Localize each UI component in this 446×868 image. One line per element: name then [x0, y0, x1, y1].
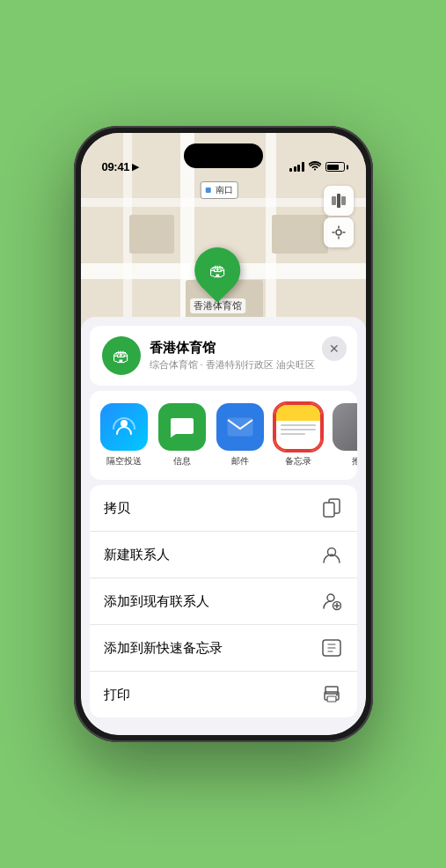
messages-label: 信息 — [173, 455, 191, 467]
svg-rect-7 — [324, 503, 334, 517]
venue-info: 香港体育馆 综合体育馆 · 香港特别行政区 油尖旺区 — [150, 340, 345, 371]
phone-screen: 09:41 ▶ — [81, 133, 366, 735]
dynamic-island — [184, 143, 263, 168]
svg-rect-0 — [332, 196, 336, 205]
action-add-existing[interactable]: 添加到现有联系人 — [90, 578, 357, 625]
venue-logo: 🏟 — [102, 336, 141, 375]
mail-icon-wrap — [216, 403, 264, 451]
share-item-messages[interactable]: 信息 — [157, 403, 208, 467]
messages-icon-wrap — [158, 403, 206, 451]
airdrop-icon-wrap — [100, 403, 148, 451]
venue-logo-icon: 🏟 — [113, 346, 130, 366]
venue-name: 香港体育馆 — [150, 340, 345, 357]
mail-label: 邮件 — [231, 455, 249, 467]
airdrop-label: 隔空投送 — [106, 455, 142, 467]
close-button[interactable]: ✕ — [322, 336, 347, 361]
venue-subtitle: 综合体育馆 · 香港特别行政区 油尖旺区 — [150, 358, 345, 371]
bottom-sheet: 🏟 香港体育馆 综合体育馆 · 香港特别行政区 油尖旺区 ✕ — [81, 317, 366, 735]
share-item-mail[interactable]: 邮件 — [215, 403, 266, 467]
location-button[interactable] — [324, 217, 354, 247]
add-existing-label: 添加到现有联系人 — [104, 593, 209, 610]
more-icon-wrap — [333, 403, 357, 451]
more-label: 推 — [352, 455, 357, 467]
signal-icon — [289, 162, 304, 172]
map-type-button[interactable] — [324, 186, 354, 216]
add-notes-label: 添加到新快速备忘录 — [104, 640, 223, 657]
svg-point-15 — [336, 695, 338, 696]
new-contact-label: 新建联系人 — [104, 547, 170, 563]
share-row: 隔空投送 信息 — [90, 391, 357, 480]
svg-rect-14 — [327, 696, 336, 702]
action-print[interactable]: 打印 — [90, 672, 357, 717]
action-copy[interactable]: 拷贝 — [90, 485, 357, 532]
svg-point-4 — [121, 420, 128, 427]
status-icons — [289, 160, 345, 173]
svg-point-9 — [327, 594, 334, 601]
svg-point-3 — [336, 230, 341, 235]
svg-rect-1 — [337, 194, 340, 208]
location-icon: ▶ — [132, 161, 139, 173]
status-time: 09:41 — [102, 160, 130, 173]
venue-card: 🏟 香港体育馆 综合体育馆 · 香港特别行政区 油尖旺区 ✕ — [90, 326, 357, 386]
svg-rect-12 — [325, 687, 338, 694]
share-item-more[interactable]: 推 — [331, 403, 357, 467]
share-item-notes[interactable]: 备忘录 — [273, 403, 324, 467]
action-new-contact[interactable]: 新建联系人 — [90, 532, 357, 578]
svg-rect-5 — [228, 418, 252, 436]
action-add-notes[interactable]: 添加到新快速备忘录 — [90, 625, 357, 672]
add-existing-icon — [320, 590, 343, 613]
close-icon: ✕ — [329, 342, 340, 356]
print-icon — [320, 683, 343, 706]
print-label: 打印 — [104, 687, 130, 703]
phone-frame: 09:41 ▶ — [74, 126, 373, 742]
south-entrance-label: 南口 — [200, 181, 238, 199]
share-item-airdrop[interactable]: 隔空投送 — [99, 403, 150, 467]
new-contact-icon — [320, 543, 343, 566]
add-notes-icon — [320, 636, 343, 659]
map-controls — [324, 186, 354, 247]
svg-rect-2 — [341, 196, 346, 205]
wifi-icon — [309, 160, 321, 173]
action-list: 拷贝 新建联系人 — [90, 485, 357, 717]
copy-label: 拷贝 — [104, 500, 130, 517]
venue-pin[interactable]: 🏟 香港体育馆 — [190, 247, 245, 313]
battery-icon — [325, 162, 345, 172]
notes-label: 备忘录 — [285, 455, 311, 467]
copy-icon — [320, 497, 343, 519]
venue-pin-icon: 🏟 — [208, 261, 226, 281]
notes-icon-wrap — [274, 403, 322, 451]
